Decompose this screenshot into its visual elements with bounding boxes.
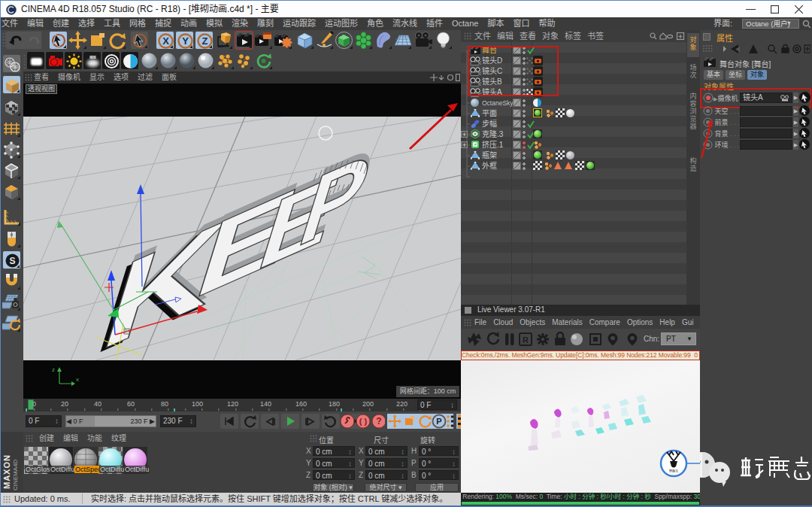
svg-text:R: R	[523, 335, 529, 345]
svg-text:( ): ( )	[359, 417, 368, 426]
svg-text:Z: Z	[202, 35, 208, 47]
svg-text:x: x	[76, 376, 79, 383]
svg-text:S: S	[9, 256, 15, 266]
svg-text:z: z	[52, 366, 55, 373]
svg-text:IES: IES	[90, 56, 95, 59]
svg-text:野鹿志: 野鹿志	[669, 469, 678, 473]
svg-text:P: P	[436, 417, 441, 426]
svg-text:Y: Y	[182, 35, 189, 47]
svg-text:?: ?	[376, 416, 381, 427]
svg-text:X: X	[162, 35, 169, 47]
